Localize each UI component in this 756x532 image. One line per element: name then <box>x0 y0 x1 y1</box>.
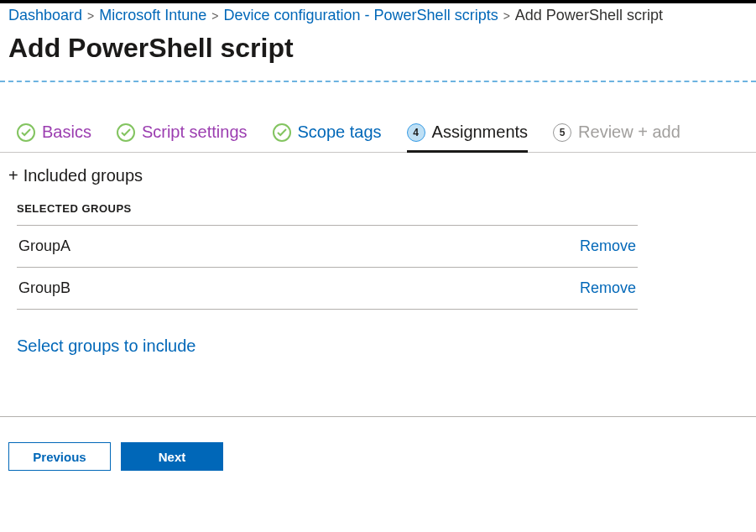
breadcrumb-link-intune[interactable]: Microsoft Intune <box>99 7 206 24</box>
included-groups-label: Included groups <box>23 166 143 185</box>
tab-label: Basics <box>42 123 91 142</box>
selected-groups-table: GroupA Remove GroupB Remove <box>17 225 638 310</box>
previous-button[interactable]: Previous <box>8 442 111 471</box>
breadcrumb: Dashboard > Microsoft Intune > Device co… <box>0 3 756 24</box>
table-row: GroupB Remove <box>17 268 638 310</box>
chevron-right-icon: > <box>87 9 94 23</box>
step-number-icon: 5 <box>553 123 571 142</box>
selected-groups-heading: SELECTED GROUPS <box>8 202 748 225</box>
tab-script-settings[interactable]: Script settings <box>117 123 248 153</box>
tab-label: Assignments <box>432 123 529 142</box>
included-groups-toggle[interactable]: + Included groups <box>8 166 748 202</box>
breadcrumb-current: Add PowerShell script <box>515 7 663 24</box>
breadcrumb-link-dashboard[interactable]: Dashboard <box>8 7 82 24</box>
check-icon <box>17 123 35 142</box>
tab-review-add: 5 Review + add <box>553 123 680 153</box>
chevron-right-icon: > <box>503 9 510 23</box>
check-icon <box>117 123 135 142</box>
select-groups-link[interactable]: Select groups to include <box>17 336 196 356</box>
table-row: GroupA Remove <box>17 226 638 268</box>
page-title: Add PowerShell script <box>0 24 756 81</box>
tab-label: Scope tags <box>298 123 382 142</box>
tab-label: Review + add <box>578 123 680 142</box>
group-name: GroupA <box>18 237 70 255</box>
remove-button[interactable]: Remove <box>580 279 636 297</box>
wizard-footer: Previous Next <box>0 417 756 496</box>
breadcrumb-link-device-config[interactable]: Device configuration - PowerShell script… <box>224 7 498 24</box>
remove-button[interactable]: Remove <box>580 237 636 255</box>
wizard-tabs: Basics Script settings Scope tags 4 Assi… <box>0 82 756 153</box>
tab-assignments[interactable]: 4 Assignments <box>407 123 529 153</box>
tab-label: Script settings <box>142 123 248 142</box>
chevron-right-icon: > <box>211 9 218 23</box>
plus-icon: + <box>8 166 18 185</box>
step-number-icon: 4 <box>407 123 425 142</box>
tab-basics[interactable]: Basics <box>17 123 91 153</box>
check-icon <box>273 123 291 142</box>
group-name: GroupB <box>18 279 70 297</box>
next-button[interactable]: Next <box>121 442 223 471</box>
tab-scope-tags[interactable]: Scope tags <box>273 123 382 153</box>
